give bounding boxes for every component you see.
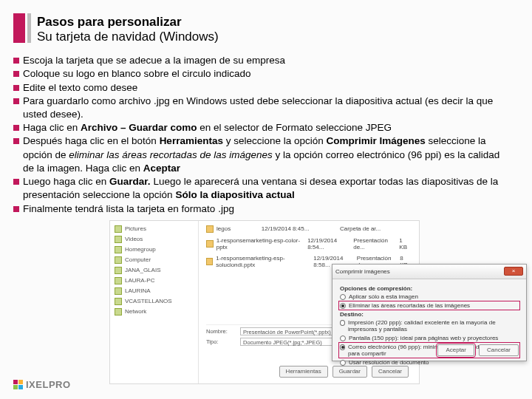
sidebar-item[interactable]: Computer — [115, 256, 194, 264]
explorer-sidebar: PicturesVideosHomegroupComputerJANA_GLAI… — [110, 221, 199, 383]
bullet: Finalmente tendrá lista la tarjeta en fo… — [13, 202, 508, 216]
folder-icon — [115, 236, 122, 243]
sidebar-item[interactable]: Homegroup — [115, 246, 194, 253]
file-icon — [206, 225, 214, 233]
bullet-square-icon — [13, 98, 19, 104]
folder-icon — [115, 298, 122, 305]
file-icon — [206, 258, 213, 265]
bullet: Edite el texto como desee — [13, 81, 508, 95]
accent-bar-grey — [27, 13, 31, 43]
bullet: Haga clic en Archivo – Guardar como en e… — [13, 121, 508, 134]
radio-screen[interactable]: Pantalla (150 ppp): ideal para páginas w… — [340, 335, 519, 341]
bullet-text: Edite el texto como desee — [23, 81, 508, 95]
folder-icon — [115, 225, 122, 233]
bullet: Para guardarlo como archivo .jpg en Wind… — [13, 95, 508, 121]
logo-text: IXELPRO — [26, 379, 71, 390]
bullet-square-icon — [13, 179, 19, 185]
field-label: Tipo: — [206, 338, 240, 345]
bullet-square-icon — [13, 85, 19, 91]
ok-button[interactable]: Aceptar — [437, 344, 474, 356]
dialog-section: Opciones de compresión: — [340, 285, 519, 292]
bullet: Luego haga clic en Guardar. Luego le apa… — [13, 175, 508, 202]
bullet-text: Luego haga clic en Guardar. Luego le apa… — [23, 175, 508, 202]
accent-bar — [13, 13, 25, 43]
sidebar-item[interactable]: Videos — [115, 236, 194, 243]
bullet-text: Después haga clic en el botón Herramient… — [23, 134, 508, 175]
radio-print[interactable]: Impresión (220 ppp): calidad excelente e… — [340, 319, 519, 332]
bullet-square-icon — [13, 125, 19, 131]
close-icon[interactable]: × — [504, 267, 523, 276]
title-line1: Pasos para personalizar — [37, 15, 219, 30]
bullet-text: Escoja la tarjeta que se adecue a la ima… — [23, 54, 508, 67]
bullet: Escoja la tarjeta que se adecue a la ima… — [13, 54, 508, 67]
file-icon — [206, 240, 214, 248]
bullet-square-icon — [13, 206, 19, 212]
tools-button[interactable]: Herramientas — [279, 366, 328, 378]
bullet-square-icon — [13, 71, 19, 77]
file-row[interactable]: 1-responsemarketing-esp-color-pptx12/19/… — [206, 237, 412, 250]
bullet-square-icon — [13, 138, 19, 144]
logo: IXELPRO — [13, 379, 71, 390]
bullet-square-icon — [13, 58, 19, 64]
logo-grid-icon — [13, 380, 23, 389]
sidebar-item[interactable]: LAURINA — [115, 287, 194, 295]
checkbox-option-delete-cropped[interactable]: Eliminar las áreas recortadas de las imá… — [340, 302, 519, 309]
bullet-list: Escoja la tarjeta que se adecue a la ima… — [13, 54, 508, 216]
folder-icon — [115, 256, 122, 264]
sidebar-item[interactable]: JANA_GLAIS — [115, 267, 194, 274]
compress-images-dialog: Comprimir imágenes × Opciones de compres… — [332, 264, 527, 361]
folder-icon — [115, 308, 122, 316]
folder-icon — [115, 277, 122, 284]
bullet: Después haga clic en el botón Herramient… — [13, 134, 508, 175]
sidebar-item[interactable]: LAURA-PC — [115, 277, 194, 284]
bullet-text: Finalmente tendrá lista la tarjeta en fo… — [23, 202, 508, 216]
radio-docres[interactable]: Usar resolución de documento — [340, 359, 519, 366]
field-label: Nombre: — [206, 328, 240, 335]
bullet-text: Haga clic en Archivo – Guardar como en e… — [23, 121, 508, 134]
save-dialog-screenshot: PicturesVideosHomegroupComputerJANA_GLAI… — [109, 220, 420, 384]
sidebar-item[interactable]: VCASTELLANOS — [115, 298, 194, 305]
sidebar-item[interactable]: Pictures — [115, 225, 194, 233]
folder-icon — [115, 246, 122, 253]
bullet-text: Para guardarlo como archivo .jpg en Wind… — [23, 95, 508, 121]
bullet-text: Coloque su logo en blanco sobre el circu… — [23, 67, 508, 81]
file-row[interactable]: legos12/19/2014 8:45...Carpeta de ar... — [206, 225, 412, 233]
header: Pasos para personalizar Su tarjeta de na… — [13, 13, 508, 44]
sidebar-item[interactable]: Network — [115, 308, 194, 316]
cancel-button[interactable]: Cancelar — [479, 344, 519, 356]
folder-icon — [115, 287, 122, 295]
folder-icon — [115, 267, 122, 274]
dialog-section: Destino: — [340, 311, 519, 318]
bullet: Coloque su logo en blanco sobre el circu… — [13, 67, 508, 81]
title-line2: Su tarjeta de navidad (Windows) — [37, 30, 219, 44]
checkbox-option[interactable]: Aplicar sólo a esta imagen — [340, 293, 519, 300]
dialog-title: Comprimir imágenes — [335, 268, 390, 275]
